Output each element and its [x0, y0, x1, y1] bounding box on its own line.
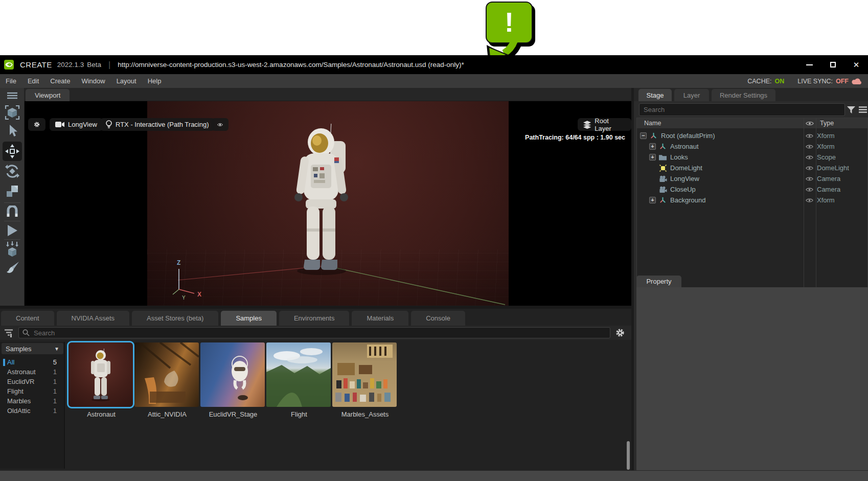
stage-url: http://omniverse-content-production.s3-u…: [118, 61, 464, 68]
content-body: Samples ▼ All5 Astronaut1 EuclidVR1: [0, 341, 631, 470]
viewport-renderer-button[interactable]: RTX - Interactive (Path Tracing): [100, 118, 215, 131]
menu-edit[interactable]: Edit: [22, 74, 44, 88]
viewport-canvas[interactable]: Z Y X: [25, 101, 631, 306]
render-area: Z Y X: [147, 101, 509, 306]
minimize-button[interactable]: [797, 55, 821, 74]
tab-materials[interactable]: Materials: [352, 311, 408, 326]
asset-card-attic[interactable]: Attic_NVIDIA: [134, 342, 200, 418]
tab-samples[interactable]: Samples: [221, 311, 277, 326]
tab-layer[interactable]: Layer: [674, 89, 709, 101]
menu-create[interactable]: Create: [44, 74, 76, 88]
stage-search-input[interactable]: [639, 106, 844, 113]
collection-item-euclidvr[interactable]: EuclidVR1: [0, 377, 64, 386]
chevron-down-icon: ▼: [54, 346, 59, 352]
camera-icon: [658, 175, 667, 183]
rotate-tool-icon[interactable]: [5, 164, 20, 179]
root-layer-button[interactable]: Root Layer: [578, 118, 631, 131]
collection-item-all[interactable]: All5: [0, 357, 64, 367]
expand-icon[interactable]: +: [649, 143, 656, 150]
move-tool-icon[interactable]: [3, 142, 22, 161]
stage-options-icon[interactable]: [859, 106, 867, 113]
play-button-icon[interactable]: [6, 224, 18, 237]
filter-funnel-icon[interactable]: [847, 106, 855, 113]
expand-icon[interactable]: +: [649, 197, 656, 203]
column-type[interactable]: Type: [820, 120, 834, 127]
collection-item-flight[interactable]: Flight1: [0, 386, 64, 396]
collection-item-marbles[interactable]: Marbles1: [0, 396, 64, 406]
asset-card-flight[interactable]: Flight: [266, 342, 332, 418]
menubar: File Edit Create Window Layout Help CACH…: [0, 74, 868, 88]
tab-property[interactable]: Property: [636, 276, 681, 287]
svg-text:X: X: [197, 291, 201, 298]
cache-value: ON: [774, 78, 784, 85]
stage-search: [639, 103, 845, 116]
collection-item-oldattic[interactable]: OldAttic1: [0, 406, 64, 416]
cursor-tool-icon[interactable]: [6, 124, 19, 138]
maximize-button[interactable]: [821, 55, 844, 74]
collections-dropdown[interactable]: Samples ▼: [2, 343, 63, 354]
menu-window[interactable]: Window: [76, 74, 110, 88]
viewport-visibility-button[interactable]: [212, 118, 229, 131]
live-sync-value: OFF: [836, 78, 849, 85]
asset-thumbnail: [200, 342, 265, 407]
expand-icon[interactable]: +: [649, 154, 656, 161]
toolbar-menu-icon[interactable]: [7, 92, 18, 99]
filter-tree-icon[interactable]: [4, 329, 13, 337]
visibility-eye-icon[interactable]: [804, 166, 815, 171]
property-panel-body: [636, 287, 868, 470]
workspace: Viewport: [0, 88, 868, 470]
tab-asset-stores[interactable]: Asset Stores (beta): [132, 311, 218, 326]
scale-tool-icon[interactable]: [5, 184, 19, 198]
visibility-eye-icon[interactable]: [804, 155, 815, 160]
tab-viewport[interactable]: Viewport: [26, 89, 70, 101]
visibility-eye-icon[interactable]: [804, 144, 815, 149]
asset-thumbnail: [68, 342, 133, 407]
menu-help[interactable]: Help: [142, 74, 167, 88]
asset-card-marbles[interactable]: Marbles_Assets: [332, 342, 398, 418]
collections-sidebar: Samples ▼ All5 Astronaut1 EuclidVR1: [0, 342, 65, 469]
visibility-eye-icon[interactable]: [804, 187, 815, 192]
physics-tool-icon[interactable]: [5, 241, 20, 258]
stage-tree-row[interactable]: + Astronaut Xform: [637, 141, 867, 152]
tab-nvidia-assets[interactable]: NVIDIA Assets: [57, 311, 130, 326]
asset-grid: Astronaut: [66, 341, 631, 470]
viewport-tabstrip: Viewport: [25, 88, 631, 101]
column-name[interactable]: Name: [644, 120, 661, 127]
menu-file[interactable]: File: [0, 74, 22, 88]
stage-tree-row[interactable]: + Background Xform: [637, 195, 867, 205]
stage-tree-row[interactable]: CloseUp Camera: [637, 184, 867, 195]
snap-magnet-icon[interactable]: [6, 205, 19, 219]
tab-stage[interactable]: Stage: [638, 89, 672, 101]
tab-console[interactable]: Console: [411, 311, 465, 326]
stage-tree-row[interactable]: DomeLight DomeLight: [637, 163, 867, 173]
content-settings-gear-icon[interactable]: [615, 328, 625, 337]
tab-render-settings[interactable]: Render Settings: [712, 89, 775, 101]
menu-layout[interactable]: Layout: [111, 74, 142, 88]
visibility-eye-icon[interactable]: [804, 133, 815, 139]
asset-card-euclidvr[interactable]: EuclidVR_Stage: [200, 342, 266, 418]
titlebar-separator: |: [108, 60, 110, 70]
visibility-eye-icon[interactable]: [804, 198, 815, 203]
close-button[interactable]: ✕: [844, 55, 868, 74]
viewport-camera-button[interactable]: LongView: [50, 118, 103, 131]
select-mode-icon[interactable]: [4, 104, 20, 121]
content-search-input[interactable]: [30, 329, 610, 337]
tab-content[interactable]: Content: [1, 311, 54, 326]
viewport-settings-button[interactable]: [28, 118, 45, 131]
svg-text:Z: Z: [177, 259, 180, 266]
window-controls: ✕: [797, 55, 868, 74]
asset-card-astronaut[interactable]: Astronaut: [68, 342, 134, 418]
stage-tree-row[interactable]: − Root (defaultPrim) Xform: [637, 130, 867, 141]
visibility-column-eye-icon[interactable]: [806, 121, 814, 126]
stage-tree-row[interactable]: LongView Camera: [637, 173, 867, 184]
tab-environments[interactable]: Environments: [279, 311, 349, 326]
collapse-icon[interactable]: −: [640, 132, 647, 139]
asset-grid-scrollbar[interactable]: [627, 441, 630, 470]
visibility-eye-icon[interactable]: [804, 176, 815, 181]
cloud-sync-icon[interactable]: [852, 78, 863, 85]
stage-tabstrip: Stage Layer Render Settings: [634, 88, 868, 101]
paint-brush-icon[interactable]: [5, 261, 20, 275]
collection-item-astronaut[interactable]: Astronaut1: [0, 367, 64, 377]
asset-label: EuclidVR_Stage: [200, 410, 266, 418]
stage-tree-row[interactable]: + Looks Scope: [637, 152, 867, 163]
